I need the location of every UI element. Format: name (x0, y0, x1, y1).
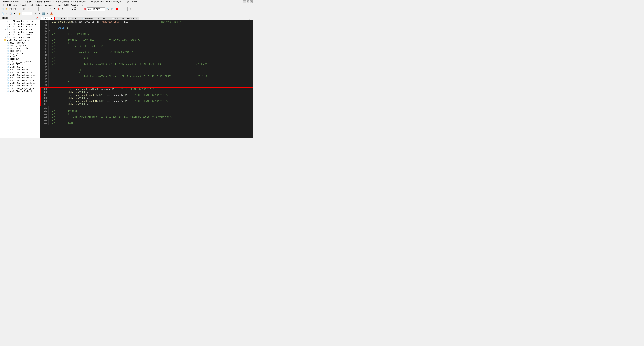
tree-item-f407xx[interactable]: stm32f407xx.h (6, 63, 40, 66)
copy-button[interactable]: ⎘ (22, 7, 26, 11)
tree-item-hal-adc[interactable]: stm32f4xx_hal_adc.h (6, 71, 40, 74)
menu-tools[interactable]: Tools (56, 4, 62, 6)
tree-item-hal-dac[interactable]: stm32f4xx_hal_dac.h (6, 90, 40, 93)
tab-can-c[interactable]: 📄 can.c (55, 17, 67, 20)
fold-83[interactable]: ▼ (49, 30, 51, 33)
tree-item-stddef[interactable]: stddef.h (6, 55, 40, 58)
nav-forward-button[interactable]: → (43, 7, 47, 11)
tree-item-f4xx[interactable]: stm32f4xx.h (6, 66, 40, 69)
tree-item-hal[interactable]: stm32f4xx_hal.h (6, 69, 40, 71)
minimize-button[interactable]: — (243, 0, 246, 3)
breakpoint-toggle-button[interactable]: ⊙ (123, 7, 127, 11)
nav-back-button[interactable]: ← (39, 7, 43, 11)
panel-close-icon[interactable]: ✕ (38, 17, 40, 19)
option-button[interactable]: ⚙ (128, 7, 132, 11)
tree-item-sram[interactable]: + stm32f4xx_hal_sram.c (3, 31, 40, 34)
new-file-button[interactable]: 📄 (1, 7, 4, 11)
menu-svcs[interactable]: SVCS (62, 4, 70, 6)
tabs-scroll-left[interactable]: ◀ (248, 18, 251, 20)
line-content-93: // { (51, 60, 253, 63)
tree-item-hal-legacy[interactable]: stm32_hal_legacy.h (6, 61, 40, 63)
tree-item-mpu[interactable]: mpu_armv7.h (6, 52, 40, 55)
tree-item-version[interactable]: cmsis_version.h (6, 47, 40, 50)
uncomment-button[interactable]: // (78, 7, 82, 11)
tb2-btn4[interactable]: ✋ (18, 12, 22, 16)
breakpoint-button[interactable]: ⬤ (115, 7, 119, 11)
tree-item-can[interactable]: − stm32f4xx_hal_can.c (1, 39, 40, 42)
bookmark-button[interactable]: 🔖 (56, 7, 60, 11)
paste-button[interactable]: 📋 (26, 7, 30, 11)
tb2-btn6[interactable]: ▶ (38, 12, 41, 16)
save-all-button[interactable]: 💾 (13, 7, 16, 11)
menu-peripherals[interactable]: Peripherals (43, 4, 55, 6)
tb2-btn9[interactable]: 📥 (50, 12, 53, 16)
tree-item-hal-adc-ex[interactable]: stm32f4xx_hal_adc_ex.h (6, 74, 40, 77)
menu-debug[interactable]: Debug (35, 4, 42, 6)
close-button[interactable]: ✕ (250, 0, 252, 3)
tree-item-hal-can-h[interactable]: stm32f4xx_hal_can.h (6, 77, 40, 79)
target-dropdown[interactable]: CAN_ID_EXT (87, 8, 106, 11)
fold-110 (49, 112, 51, 116)
tree-item-fsmc[interactable]: + stm32f4xx_ll_fsmc.c (3, 34, 40, 36)
bookmark-next-button[interactable]: ⬇ (52, 7, 56, 11)
tree-item-dma-ex[interactable]: + stm32f4xx_hal_dma_ex.c (3, 23, 40, 26)
tb2-dropdown-arrow[interactable]: ▼ (13, 12, 16, 16)
tree-item-compiler[interactable]: cmsis_compiler.h (6, 44, 40, 47)
breakpoint-clear-button[interactable]: ○ (119, 7, 123, 11)
maximize-button[interactable]: □ (246, 0, 249, 3)
tree-item-tim-ex[interactable]: + stm32f4xx_hal_tim_ex.c (3, 28, 40, 31)
editor-tabs: 📄 main.c 📄 can.c 📄 can.h 📄 stm32f4xx_hal… (40, 16, 253, 21)
unindent-button[interactable]: |◀ (70, 7, 74, 11)
code-line-86: 86 // if (key == KEY0_PRES) /* KEY0按下,发送… (40, 39, 253, 42)
tree-item-stdint[interactable]: stdint.h (6, 58, 40, 61)
line-content-110: // { (51, 112, 253, 116)
tree-item-tim[interactable]: + stm32f4xx_hal_tim.c (3, 26, 40, 28)
tree-item-dma[interactable]: + stm32f4xx_hal_dma.c (3, 36, 40, 39)
tree-label-f407xx: stm32f407xx.h (10, 63, 25, 66)
menu-flash[interactable]: Flash (27, 4, 34, 6)
tb2-btn8[interactable]: ♻ (46, 12, 49, 16)
open-file-button[interactable]: 📂 (5, 7, 8, 11)
build-target-button[interactable]: 🎯 (83, 7, 87, 11)
tb2-btn1[interactable]: 📄 (1, 12, 4, 16)
search-button[interactable]: 🔍 (106, 7, 110, 11)
tree-label-hal-can-h: stm32f4xx_hal_can.h (10, 77, 32, 79)
toggle-button[interactable]: ⊞ (60, 7, 64, 11)
tb2-btn2[interactable]: ⚙ (5, 12, 8, 16)
hal-can-c-icon: 📄 (82, 18, 84, 20)
menu-file[interactable]: File (1, 4, 6, 6)
menu-edit[interactable]: Edit (6, 4, 12, 6)
can-dropdown[interactable]: CAN (22, 12, 32, 16)
cut-button[interactable]: ✂ (18, 7, 22, 11)
undo-button[interactable]: ↩ (30, 7, 34, 11)
bookmark-prev-button[interactable]: ⬆ (48, 7, 52, 11)
tree-item-armcc[interactable]: cmsis_armcc.h (6, 42, 40, 44)
tree-item-core-cm4[interactable]: core_cm4.h (6, 50, 40, 52)
menu-window[interactable]: Window (70, 4, 80, 6)
tb2-btn5[interactable]: 🏗 (34, 12, 37, 16)
menu-help[interactable]: Help (80, 4, 86, 6)
tab-can-h[interactable]: 📄 can.h (68, 17, 80, 20)
save-button[interactable]: 💾 (9, 7, 12, 11)
fold-100 (49, 81, 51, 84)
tree-item-hal-cortex[interactable]: stm32f4xx_hal_cortex.h (6, 82, 40, 85)
redo-button[interactable]: ↪ (34, 7, 38, 11)
tree-item-hal-conf[interactable]: stm32f4xx_hal_conf.h (6, 79, 40, 82)
indent-button[interactable]: ▶| (66, 7, 70, 11)
menu-view[interactable]: View (12, 4, 18, 6)
menu-project[interactable]: Project (19, 4, 27, 6)
comment-button[interactable]: /* */ (74, 7, 78, 11)
tab-hal-can-c[interactable]: 📄 stm32f4xx_hal_can.c (80, 17, 110, 20)
tb2-btn3[interactable]: 📊 (9, 12, 12, 16)
tabs-scroll-right[interactable]: ▶ (251, 18, 253, 20)
tree-item-hal-cryp[interactable]: stm32f4xx_hal_cryp.h (6, 87, 40, 90)
search2-button[interactable]: 🔎 (110, 7, 114, 11)
tb2-btn7[interactable]: 🔄 (42, 12, 45, 16)
tab-hal-can-h[interactable]: 📄 stm32f4xx_hal_can.h (110, 17, 139, 20)
tree-item-hal-crc[interactable]: stm32f4xx_hal_crc.h (6, 85, 40, 87)
tree-item-uart[interactable]: + stm32f4xx_hal_uart.c (3, 20, 40, 23)
panel-pin-icon[interactable]: 📌 (36, 17, 38, 19)
tab-main-c[interactable]: 📄 main.c (40, 17, 54, 20)
code-editor-body[interactable]: 80 lcd_show_string(30, 230, 200, 16, 16,… (40, 21, 253, 138)
code-line-107: 107 delay_ms(1000); (40, 103, 253, 106)
